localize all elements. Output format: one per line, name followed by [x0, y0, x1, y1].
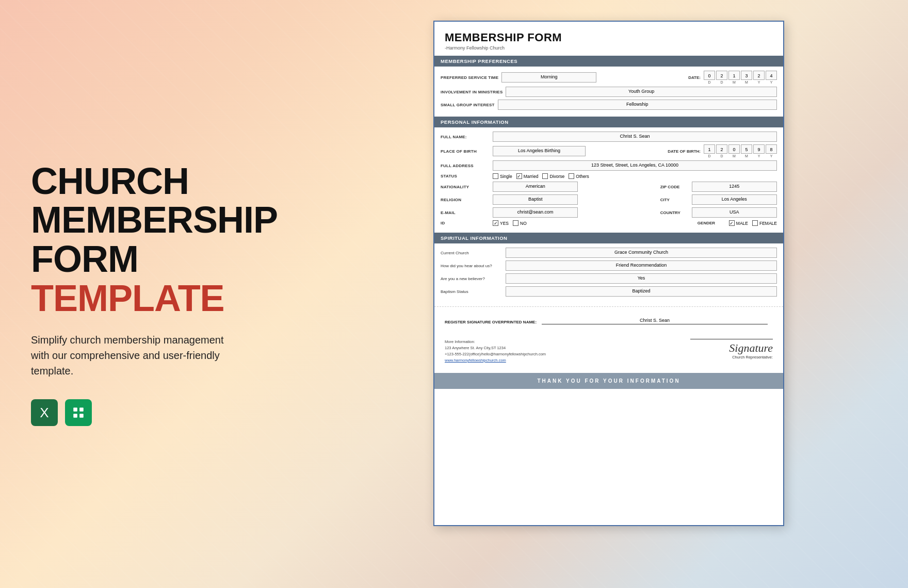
- how-hear-row: How did you hear about us? Friend Recomm…: [441, 260, 777, 271]
- left-panel: CHURCH MEMBERSHIP FORM TEMPLATE Simplify…: [0, 0, 320, 588]
- register-sig-value[interactable]: Christ S. Sean: [542, 314, 768, 324]
- date-y2[interactable]: 4: [766, 71, 777, 80]
- dob-m1[interactable]: 0: [728, 144, 740, 154]
- date-label: DATE:: [688, 75, 701, 80]
- id-yes[interactable]: YES: [493, 220, 509, 226]
- status-single[interactable]: Single: [493, 173, 512, 179]
- religion-value[interactable]: Baptist: [493, 194, 578, 205]
- contact-website: www.harmonyfellowshipchurch.com: [445, 357, 631, 364]
- date-m1[interactable]: 1: [728, 71, 740, 80]
- email-value[interactable]: christ@sean.com: [493, 207, 578, 218]
- svg-rect-3: [79, 414, 84, 418]
- service-time-row: Preferred Service Time Morning DATE: 0D …: [441, 71, 777, 84]
- religion-label: RELIGION: [441, 198, 490, 202]
- cb-female[interactable]: [752, 220, 758, 226]
- status-label: STATUS: [441, 174, 490, 178]
- gender-female[interactable]: FEMALE: [752, 220, 777, 226]
- address-label: FULL ADDRESS: [441, 164, 490, 168]
- gender-label: GENDER: [698, 221, 726, 225]
- pob-label: PLACE OF BIRTH: [441, 149, 490, 154]
- personal-header: PERSONAL INFORMATION: [434, 117, 783, 127]
- form-header: MEMBERSHIP FORM -Harmony Fellowship Chur…: [434, 22, 783, 56]
- signature-graphic: Signature: [729, 341, 773, 355]
- dob-m2[interactable]: 5: [741, 144, 752, 154]
- id-no[interactable]: NO: [513, 220, 527, 226]
- form-org-name: -Harmony Fellowship Church: [445, 45, 773, 51]
- gender-checkboxes: MALE FEMALE: [729, 220, 777, 226]
- cb-others[interactable]: [569, 173, 574, 179]
- baptism-label: Baptism Status: [441, 289, 502, 294]
- full-name-value[interactable]: Christ S. Sean: [493, 132, 777, 142]
- how-hear-value[interactable]: Friend Recommendation: [506, 260, 777, 271]
- date-m2[interactable]: 3: [741, 71, 752, 80]
- gender-male[interactable]: MALE: [729, 220, 748, 226]
- more-info-title: More Information:: [445, 339, 631, 345]
- spiritual-body: Current Church Grace Community Church Ho…: [434, 243, 783, 303]
- current-church-value[interactable]: Grace Community Church: [506, 248, 777, 258]
- sheets-icon: [65, 399, 92, 426]
- cb-married[interactable]: [516, 173, 522, 179]
- spiritual-header: SPIRITUAL INFORMATION: [434, 233, 783, 243]
- svg-rect-0: [73, 407, 77, 412]
- pob-value[interactable]: Los Angeles Birthing: [493, 146, 586, 156]
- full-name-row: FULL NAME: Christ S. Sean: [441, 132, 777, 142]
- date-d2[interactable]: 2: [716, 71, 727, 80]
- email-country-row: E-MAIL christ@sean.com COUNTRY USA: [441, 207, 777, 218]
- country-value[interactable]: USA: [692, 207, 777, 218]
- status-divorse[interactable]: Divorse: [542, 173, 564, 179]
- status-married[interactable]: Married: [516, 173, 539, 179]
- how-hear-label: How did you hear about us?: [441, 264, 502, 268]
- contact-phone: +123-555-222(office)/hello@harmonyfellow…: [445, 351, 631, 357]
- religion-city-row: RELIGION Baptist CITY Los Angeles: [441, 194, 777, 205]
- cb-single[interactable]: [493, 173, 498, 179]
- dob-y1[interactable]: 9: [753, 144, 765, 154]
- current-church-row: Current Church Grace Community Church: [441, 248, 777, 258]
- nationality-zip-row: NATIONALITY American ZIP CODE 1245: [441, 182, 777, 192]
- cb-divorse[interactable]: [542, 173, 548, 179]
- baptism-value[interactable]: Baptized: [506, 286, 777, 297]
- contact-info: More Information: 123 Anywhere St. Any C…: [445, 339, 631, 364]
- id-label: ID: [441, 221, 490, 225]
- cb-male[interactable]: [729, 220, 735, 226]
- dob-d2[interactable]: 2: [716, 144, 727, 154]
- involvement-value[interactable]: Youth Group: [506, 87, 777, 97]
- register-sig-label: REGISTER SIGNATURE OVERPRINTED NAME:: [445, 320, 537, 324]
- full-name-label: FULL NAME:: [441, 135, 490, 139]
- zip-value[interactable]: 1245: [692, 182, 777, 192]
- small-group-value[interactable]: Fellowship: [498, 100, 777, 110]
- svg-rect-2: [73, 414, 77, 418]
- contact-address: 123 Anywhere St. Any City,ST 1234: [445, 345, 631, 351]
- dob-y2[interactable]: 8: [766, 144, 777, 154]
- status-checkboxes: Single Married Divorse Others: [493, 173, 589, 179]
- dob-label: DATE OF BIRTH:: [668, 149, 701, 154]
- date-d1[interactable]: 0: [704, 71, 715, 80]
- id-checkboxes: YES NO: [493, 220, 527, 226]
- main-title: CHURCH MEMBERSHIP FORM TEMPLATE: [31, 162, 289, 318]
- membership-form: MEMBERSHIP FORM -Harmony Fellowship Chur…: [433, 21, 784, 526]
- preferences-body: Preferred Service Time Morning DATE: 0D …: [434, 67, 783, 117]
- current-church-label: Current Church: [441, 251, 502, 255]
- cb-yes[interactable]: [493, 220, 498, 226]
- section-divider: [434, 306, 783, 307]
- church-rep-section: Signature Church Representative:: [642, 339, 773, 364]
- cb-no[interactable]: [513, 220, 518, 226]
- small-group-label: Small Group Interest: [441, 103, 495, 107]
- new-believer-row: Are you a new believer? Yes: [441, 273, 777, 284]
- date-y1[interactable]: 2: [753, 71, 765, 80]
- service-time-value[interactable]: Morning: [501, 72, 596, 83]
- dob-group: DATE OF BIRTH: 1D 2D 0M 5M 9Y 8Y: [668, 144, 777, 158]
- address-value[interactable]: 123 Street, Street, Los Angeles, CA 1000…: [493, 160, 777, 171]
- status-others[interactable]: Others: [569, 173, 589, 179]
- involvement-label: Involvement in Ministries: [441, 90, 502, 94]
- email-label: E-MAIL: [441, 210, 490, 215]
- right-panel: MEMBERSHIP FORM -Harmony Fellowship Chur…: [320, 0, 908, 588]
- nationality-label: NATIONALITY: [441, 185, 490, 189]
- dob-d1[interactable]: 1: [704, 144, 715, 154]
- signature-section: REGISTER SIGNATURE OVERPRINTED NAME: Chr…: [434, 310, 783, 335]
- new-believer-label: Are you a new believer?: [441, 276, 502, 281]
- new-believer-value[interactable]: Yes: [506, 273, 777, 284]
- nationality-value[interactable]: American: [493, 182, 578, 192]
- city-value[interactable]: Los Angeles: [692, 194, 777, 205]
- app-icons: X: [31, 399, 289, 426]
- status-row: STATUS Single Married Divorse: [441, 173, 777, 179]
